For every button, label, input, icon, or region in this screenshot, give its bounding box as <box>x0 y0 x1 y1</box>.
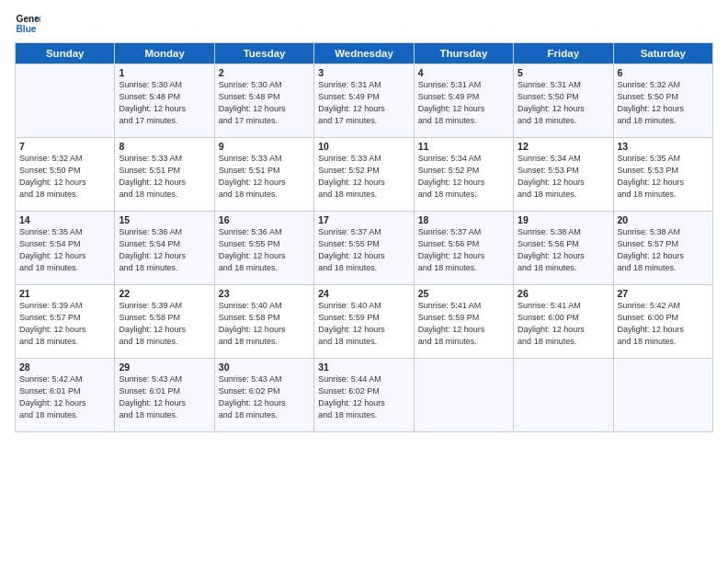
day-header-tuesday: Tuesday <box>214 43 313 64</box>
calendar-cell <box>514 359 613 432</box>
day-number: 23 <box>219 288 310 299</box>
day-number: 10 <box>318 141 409 152</box>
calendar-cell: 5Sunrise: 5:31 AM Sunset: 5:50 PM Daylig… <box>514 64 613 138</box>
day-number: 27 <box>618 288 709 299</box>
day-info: Sunrise: 5:43 AM Sunset: 6:02 PM Dayligh… <box>219 373 310 421</box>
day-number: 28 <box>19 362 110 373</box>
calendar-cell: 31Sunrise: 5:44 AM Sunset: 6:02 PM Dayli… <box>314 359 414 432</box>
calendar-cell: 17Sunrise: 5:37 AM Sunset: 5:55 PM Dayli… <box>314 212 414 285</box>
day-info: Sunrise: 5:31 AM Sunset: 5:49 PM Dayligh… <box>418 79 509 127</box>
day-info: Sunrise: 5:30 AM Sunset: 5:48 PM Dayligh… <box>219 79 310 127</box>
day-info: Sunrise: 5:35 AM Sunset: 5:54 PM Dayligh… <box>19 226 110 274</box>
calendar-cell: 10Sunrise: 5:33 AM Sunset: 5:52 PM Dayli… <box>314 138 414 212</box>
calendar-cell: 11Sunrise: 5:34 AM Sunset: 5:52 PM Dayli… <box>414 138 513 212</box>
day-number: 16 <box>219 214 310 225</box>
day-info: Sunrise: 5:31 AM Sunset: 5:50 PM Dayligh… <box>518 79 609 127</box>
calendar-cell: 30Sunrise: 5:43 AM Sunset: 6:02 PM Dayli… <box>214 359 313 432</box>
calendar-cell: 20Sunrise: 5:38 AM Sunset: 5:57 PM Dayli… <box>613 212 712 285</box>
day-number: 7 <box>19 141 110 152</box>
calendar-cell: 2Sunrise: 5:30 AM Sunset: 5:48 PM Daylig… <box>214 64 313 138</box>
day-info: Sunrise: 5:32 AM Sunset: 5:50 PM Dayligh… <box>618 79 709 127</box>
day-info: Sunrise: 5:36 AM Sunset: 5:55 PM Dayligh… <box>219 226 310 274</box>
week-row-4: 21Sunrise: 5:39 AM Sunset: 5:57 PM Dayli… <box>16 285 713 359</box>
day-number: 3 <box>318 67 409 78</box>
calendar-cell: 23Sunrise: 5:40 AM Sunset: 5:58 PM Dayli… <box>214 285 313 359</box>
day-info: Sunrise: 5:34 AM Sunset: 5:52 PM Dayligh… <box>418 153 509 201</box>
day-number: 30 <box>219 362 310 373</box>
day-number: 9 <box>219 141 310 152</box>
day-info: Sunrise: 5:40 AM Sunset: 5:58 PM Dayligh… <box>219 300 310 348</box>
day-number: 15 <box>119 214 210 225</box>
day-number: 12 <box>518 141 609 152</box>
day-info: Sunrise: 5:32 AM Sunset: 5:50 PM Dayligh… <box>19 153 110 201</box>
day-header-saturday: Saturday <box>613 43 712 64</box>
day-number: 25 <box>418 288 509 299</box>
day-number: 29 <box>119 362 210 373</box>
day-info: Sunrise: 5:41 AM Sunset: 6:00 PM Dayligh… <box>518 300 609 348</box>
day-number: 31 <box>318 362 409 373</box>
day-info: Sunrise: 5:43 AM Sunset: 6:01 PM Dayligh… <box>119 373 210 421</box>
day-info: Sunrise: 5:30 AM Sunset: 5:48 PM Dayligh… <box>119 79 210 127</box>
calendar-cell: 21Sunrise: 5:39 AM Sunset: 5:57 PM Dayli… <box>16 285 115 359</box>
day-number: 5 <box>518 67 609 78</box>
day-info: Sunrise: 5:41 AM Sunset: 5:59 PM Dayligh… <box>418 300 509 348</box>
day-number: 2 <box>219 67 310 78</box>
day-number: 1 <box>119 67 210 78</box>
day-info: Sunrise: 5:38 AM Sunset: 5:57 PM Dayligh… <box>618 226 709 274</box>
calendar-cell: 4Sunrise: 5:31 AM Sunset: 5:49 PM Daylig… <box>414 64 513 138</box>
day-info: Sunrise: 5:33 AM Sunset: 5:51 PM Dayligh… <box>119 153 210 201</box>
day-info: Sunrise: 5:38 AM Sunset: 5:56 PM Dayligh… <box>518 226 609 274</box>
day-info: Sunrise: 5:33 AM Sunset: 5:52 PM Dayligh… <box>318 153 409 201</box>
calendar-cell: 22Sunrise: 5:39 AM Sunset: 5:58 PM Dayli… <box>115 285 214 359</box>
logo-icon: General Blue <box>15 11 40 37</box>
day-header-friday: Friday <box>514 43 613 64</box>
calendar-cell: 12Sunrise: 5:34 AM Sunset: 5:53 PM Dayli… <box>514 138 613 212</box>
calendar-cell: 19Sunrise: 5:38 AM Sunset: 5:56 PM Dayli… <box>514 212 613 285</box>
calendar-cell: 27Sunrise: 5:42 AM Sunset: 6:00 PM Dayli… <box>613 285 712 359</box>
calendar-header: SundayMondayTuesdayWednesdayThursdayFrid… <box>16 43 713 64</box>
calendar-cell: 3Sunrise: 5:31 AM Sunset: 5:49 PM Daylig… <box>314 64 414 138</box>
day-info: Sunrise: 5:37 AM Sunset: 5:55 PM Dayligh… <box>318 226 409 274</box>
calendar-cell: 24Sunrise: 5:40 AM Sunset: 5:59 PM Dayli… <box>314 285 414 359</box>
calendar-cell: 8Sunrise: 5:33 AM Sunset: 5:51 PM Daylig… <box>115 138 214 212</box>
day-number: 18 <box>418 214 509 225</box>
logo: General Blue <box>15 11 40 37</box>
day-info: Sunrise: 5:36 AM Sunset: 5:54 PM Dayligh… <box>119 226 210 274</box>
calendar-cell: 7Sunrise: 5:32 AM Sunset: 5:50 PM Daylig… <box>16 138 115 212</box>
calendar-page: General Blue SundayMondayTuesdayWednesda… <box>0 0 728 563</box>
calendar-cell <box>414 359 513 432</box>
day-info: Sunrise: 5:39 AM Sunset: 5:57 PM Dayligh… <box>19 300 110 348</box>
day-number: 17 <box>318 214 409 225</box>
day-header-monday: Monday <box>115 43 214 64</box>
day-number: 22 <box>119 288 210 299</box>
calendar-cell: 16Sunrise: 5:36 AM Sunset: 5:55 PM Dayli… <box>214 212 313 285</box>
day-info: Sunrise: 5:33 AM Sunset: 5:51 PM Dayligh… <box>219 153 310 201</box>
week-row-1: 1Sunrise: 5:30 AM Sunset: 5:48 PM Daylig… <box>16 64 713 138</box>
calendar-cell: 15Sunrise: 5:36 AM Sunset: 5:54 PM Dayli… <box>115 212 214 285</box>
week-row-5: 28Sunrise: 5:42 AM Sunset: 6:01 PM Dayli… <box>16 359 713 432</box>
day-info: Sunrise: 5:44 AM Sunset: 6:02 PM Dayligh… <box>318 373 409 421</box>
calendar-cell: 18Sunrise: 5:37 AM Sunset: 5:56 PM Dayli… <box>414 212 513 285</box>
day-header-sunday: Sunday <box>16 43 115 64</box>
day-number: 24 <box>318 288 409 299</box>
header: General Blue <box>15 11 713 37</box>
day-info: Sunrise: 5:34 AM Sunset: 5:53 PM Dayligh… <box>518 153 609 201</box>
calendar-cell <box>613 359 712 432</box>
week-row-3: 14Sunrise: 5:35 AM Sunset: 5:54 PM Dayli… <box>16 212 713 285</box>
day-info: Sunrise: 5:39 AM Sunset: 5:58 PM Dayligh… <box>119 300 210 348</box>
day-info: Sunrise: 5:42 AM Sunset: 6:00 PM Dayligh… <box>618 300 709 348</box>
calendar-cell: 13Sunrise: 5:35 AM Sunset: 5:53 PM Dayli… <box>613 138 712 212</box>
day-number: 4 <box>418 67 509 78</box>
day-number: 26 <box>518 288 609 299</box>
day-number: 11 <box>418 141 509 152</box>
day-number: 13 <box>618 141 709 152</box>
day-info: Sunrise: 5:37 AM Sunset: 5:56 PM Dayligh… <box>418 226 509 274</box>
day-number: 6 <box>618 67 709 78</box>
day-number: 14 <box>19 214 110 225</box>
day-info: Sunrise: 5:40 AM Sunset: 5:59 PM Dayligh… <box>318 300 409 348</box>
day-number: 20 <box>618 214 709 225</box>
day-info: Sunrise: 5:35 AM Sunset: 5:53 PM Dayligh… <box>618 153 709 201</box>
day-header-thursday: Thursday <box>414 43 513 64</box>
day-info: Sunrise: 5:31 AM Sunset: 5:49 PM Dayligh… <box>318 79 409 127</box>
calendar-cell: 25Sunrise: 5:41 AM Sunset: 5:59 PM Dayli… <box>414 285 513 359</box>
